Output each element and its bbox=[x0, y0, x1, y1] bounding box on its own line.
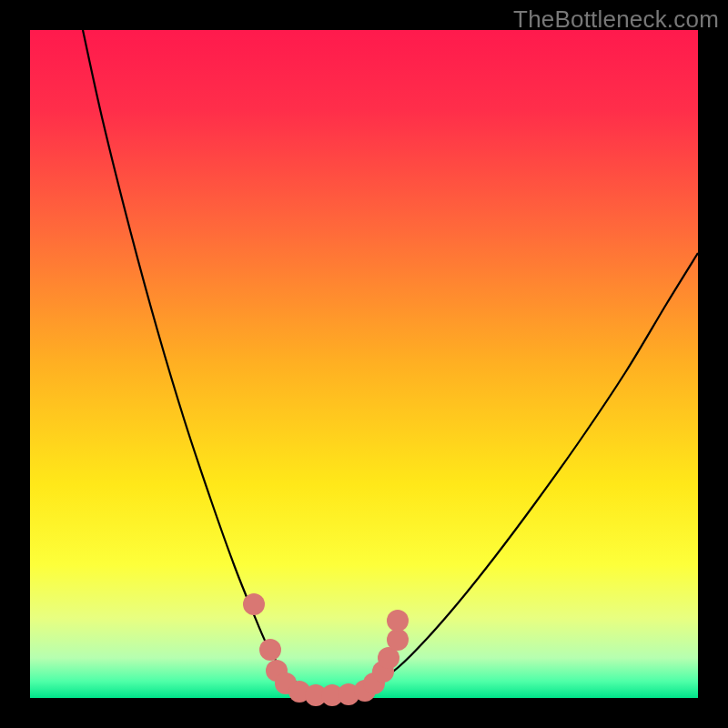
outer-frame: TheBottleneck.com bbox=[0, 0, 728, 728]
bottleneck-curve bbox=[83, 30, 698, 694]
highlight-dot bbox=[243, 593, 265, 615]
highlight-dots bbox=[243, 593, 409, 706]
highlight-dot bbox=[259, 639, 281, 661]
highlight-dot bbox=[387, 610, 409, 632]
highlight-dot bbox=[387, 629, 409, 651]
plot-area bbox=[30, 30, 698, 698]
chart-canvas bbox=[30, 30, 698, 698]
